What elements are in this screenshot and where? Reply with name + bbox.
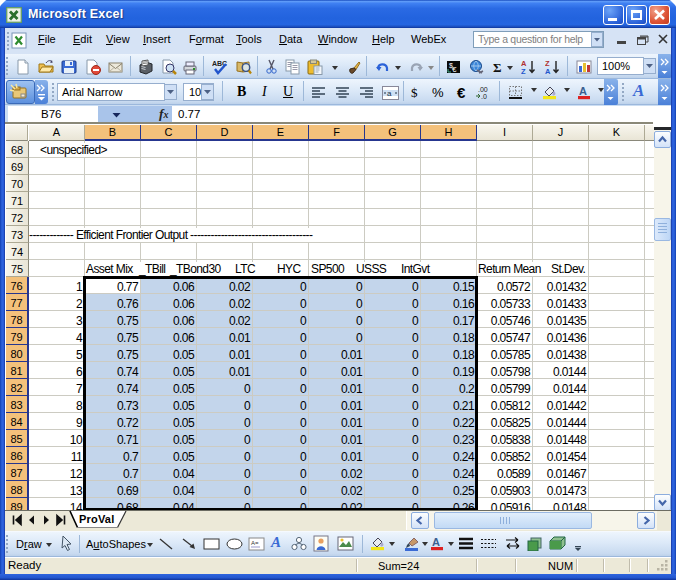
svg-text:A: A — [432, 536, 440, 548]
svg-text:.00: .00 — [478, 86, 488, 93]
svg-text:.0: .0 — [481, 93, 487, 100]
svg-text:A: A — [579, 85, 587, 97]
svg-text:A: A — [545, 67, 551, 75]
svg-text:Z: Z — [521, 67, 526, 75]
svg-text:€: € — [452, 65, 457, 74]
svg-text:A=: A= — [251, 540, 259, 546]
svg-text:Σ: Σ — [493, 60, 502, 75]
svg-text:a: a — [387, 89, 392, 98]
